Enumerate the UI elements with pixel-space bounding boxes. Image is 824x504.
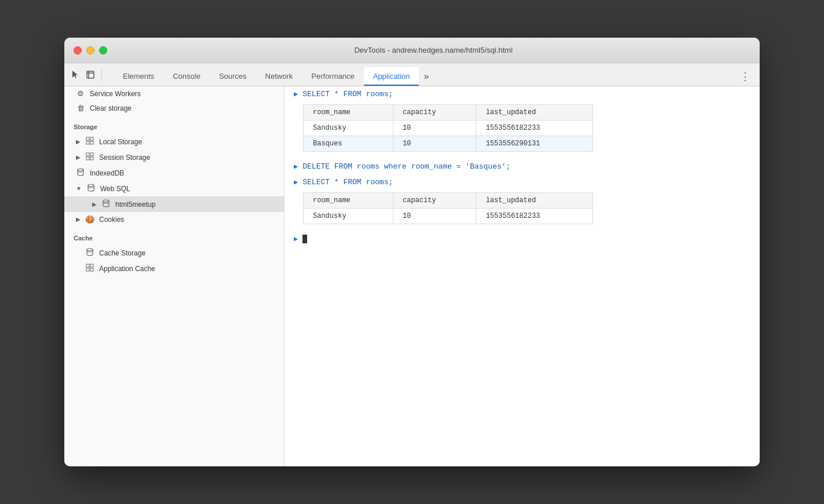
cache-section-label: Cache: [64, 227, 284, 245]
table1-row1-room-name: Sandusky: [304, 120, 393, 136]
svg-rect-3: [86, 137, 89, 140]
svg-rect-7: [86, 153, 89, 156]
expand-arrow-icon[interactable]: ▶: [294, 162, 298, 171]
chevron-right-icon: ▶: [92, 201, 97, 207]
tab-performance[interactable]: Performance: [302, 67, 363, 86]
tab-separator: [101, 69, 102, 81]
sql-result-table-2: room_name capacity last_updated Sandusky…: [303, 192, 593, 224]
sidebar-label-clear-storage: Clear storage: [90, 104, 132, 112]
sidebar-item-session-storage[interactable]: ▶ Session Storage: [64, 149, 284, 165]
gear-icon: ⚙: [76, 89, 85, 98]
table2-header-capacity: capacity: [393, 193, 476, 209]
svg-rect-19: [86, 264, 89, 267]
sidebar-label-indexeddb: IndexedDB: [90, 169, 124, 177]
table2-header-last-updated: last_updated: [476, 193, 593, 209]
svg-rect-10: [90, 157, 93, 160]
table2-row1-last-updated: 1553556182233: [476, 209, 593, 224]
maximize-button[interactable]: [99, 46, 107, 54]
sidebar-label-application-cache: Application Cache: [99, 265, 155, 273]
svg-point-11: [78, 169, 83, 171]
sidebar-item-indexeddb[interactable]: IndexedDB: [64, 165, 284, 181]
sidebar-label-html5meetup: html5meetup: [115, 200, 155, 209]
svg-rect-21: [86, 268, 89, 271]
db-icon: [76, 168, 85, 178]
table2-header-room-name: room_name: [304, 193, 393, 209]
tab-elements[interactable]: Elements: [114, 67, 163, 86]
trash-icon: 🗑: [76, 104, 85, 112]
svg-rect-20: [90, 264, 93, 267]
expand-arrow-icon[interactable]: ▶: [294, 178, 298, 187]
tab-application[interactable]: Application: [364, 67, 420, 86]
prompt-arrow-icon: ▶: [294, 235, 298, 243]
sql-result-table-1: room_name capacity last_updated Sandusky…: [303, 104, 593, 152]
sql-query-2: DELETE FROM rooms where room_name = 'Bas…: [302, 162, 511, 171]
table2-row1-capacity: 10: [393, 209, 476, 224]
tab-network[interactable]: Network: [256, 67, 302, 86]
sql-query-1: SELECT * FROM rooms;: [302, 90, 393, 98]
content-panel: ▶ SELECT * FROM rooms; room_name capacit…: [285, 86, 760, 466]
table1-row2-last-updated: 1553556290131: [476, 136, 593, 152]
sql-command-1[interactable]: ▶ SELECT * FROM rooms;: [285, 86, 760, 102]
devtools-window: DevTools - andrew.hedges.name/html5/sql.…: [64, 38, 760, 466]
svg-rect-8: [90, 153, 93, 156]
title-bar: DevTools - andrew.hedges.name/html5/sql.…: [64, 38, 760, 63]
inspect-icon[interactable]: [84, 68, 97, 81]
table1-row1-capacity: 10: [393, 120, 476, 136]
storage-section-label: Storage: [64, 115, 284, 134]
sql-cursor-line[interactable]: ▶: [285, 231, 760, 247]
sql-command-3[interactable]: ▶ SELECT * FROM rooms;: [285, 174, 760, 190]
main-area: ⚙ Service Workers 🗑 Clear storage Storag…: [64, 86, 760, 466]
sidebar-label-cookies: Cookies: [99, 216, 124, 224]
sidebar-item-local-storage[interactable]: ▶ Local Storage: [64, 134, 284, 149]
sidebar-label-web-sql: Web SQL: [100, 185, 130, 193]
tab-console[interactable]: Console: [163, 67, 210, 86]
devtools-menu-button[interactable]: ⋮: [735, 67, 755, 86]
cursor-icon[interactable]: [69, 68, 82, 81]
expand-arrow-icon[interactable]: ▶: [294, 90, 298, 98]
db-icon: [86, 184, 96, 193]
sidebar-item-cookies[interactable]: ▶ 🍪 Cookies: [64, 212, 284, 227]
tab-bar-tools: [69, 63, 104, 86]
traffic-lights: [74, 46, 107, 54]
tab-bar: Elements Console Sources Network Perform…: [64, 63, 760, 86]
table1-row2-capacity: 10: [393, 136, 476, 152]
svg-rect-6: [90, 141, 93, 144]
table2-row1-room-name: Sandusky: [304, 209, 393, 224]
more-tabs-button[interactable]: »: [419, 67, 433, 86]
sidebar-item-html5meetup[interactable]: ▶ html5meetup: [64, 196, 284, 212]
sql-command-2[interactable]: ▶ DELETE FROM rooms where room_name = 'B…: [285, 159, 760, 174]
table1-row2-room-name: Basques: [304, 136, 393, 152]
svg-point-17: [87, 249, 93, 251]
sidebar-item-application-cache[interactable]: Application Cache: [64, 261, 284, 276]
sidebar-item-service-workers[interactable]: ⚙ Service Workers: [64, 86, 284, 101]
svg-rect-9: [86, 157, 89, 160]
table-row: Sandusky 10 1553556182233: [304, 120, 593, 136]
table1-header-room-name: room_name: [304, 105, 393, 120]
svg-rect-22: [90, 268, 93, 271]
sidebar-item-clear-storage[interactable]: 🗑 Clear storage: [64, 101, 284, 115]
sql-query-3: SELECT * FROM rooms;: [302, 178, 393, 187]
sidebar-label-session-storage: Session Storage: [99, 154, 150, 162]
svg-point-15: [103, 200, 109, 202]
close-button[interactable]: [74, 46, 82, 54]
db-icon: [85, 248, 94, 258]
table1-header-last-updated: last_updated: [476, 105, 593, 120]
grid-icon: [85, 152, 94, 162]
table1-header-capacity: capacity: [393, 105, 476, 120]
table1-row1-last-updated: 1553556182233: [476, 120, 593, 136]
minimize-button[interactable]: [86, 46, 94, 54]
db-icon: [101, 199, 111, 209]
sidebar-item-web-sql[interactable]: ▼ Web SQL: [64, 181, 284, 196]
cookie-icon: 🍪: [85, 215, 94, 224]
tabs-container: Elements Console Sources Network Perform…: [114, 63, 735, 86]
svg-point-13: [88, 184, 94, 187]
sidebar-item-cache-storage[interactable]: Cache Storage: [64, 245, 284, 261]
grid-icon: [85, 137, 94, 147]
sidebar-label-service-workers: Service Workers: [90, 90, 141, 98]
grid-icon: [85, 264, 94, 273]
chevron-down-icon: ▼: [76, 185, 82, 192]
tab-sources[interactable]: Sources: [210, 67, 256, 86]
table-row: Basques 10 1553556290131: [304, 136, 593, 152]
sidebar-label-cache-storage: Cache Storage: [99, 249, 145, 257]
text-cursor: [302, 235, 307, 243]
